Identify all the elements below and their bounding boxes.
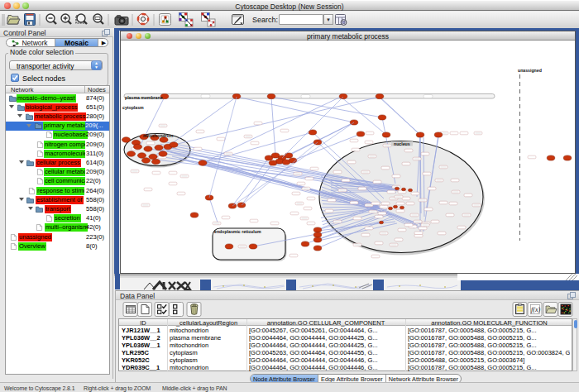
svg-text:unassigned: unassigned bbox=[518, 68, 542, 73]
svg-text:nucleus: nucleus bbox=[394, 141, 410, 146]
svg-text:endoplasmic reticulum: endoplasmic reticulum bbox=[214, 229, 261, 234]
svg-text:plasma membrane: plasma membrane bbox=[125, 95, 163, 100]
svg-text:cytoplasm: cytoplasm bbox=[122, 105, 144, 110]
svg-text:mitochondrion: mitochondrion bbox=[143, 133, 173, 138]
svg-text:f(x): f(x) bbox=[531, 306, 540, 313]
